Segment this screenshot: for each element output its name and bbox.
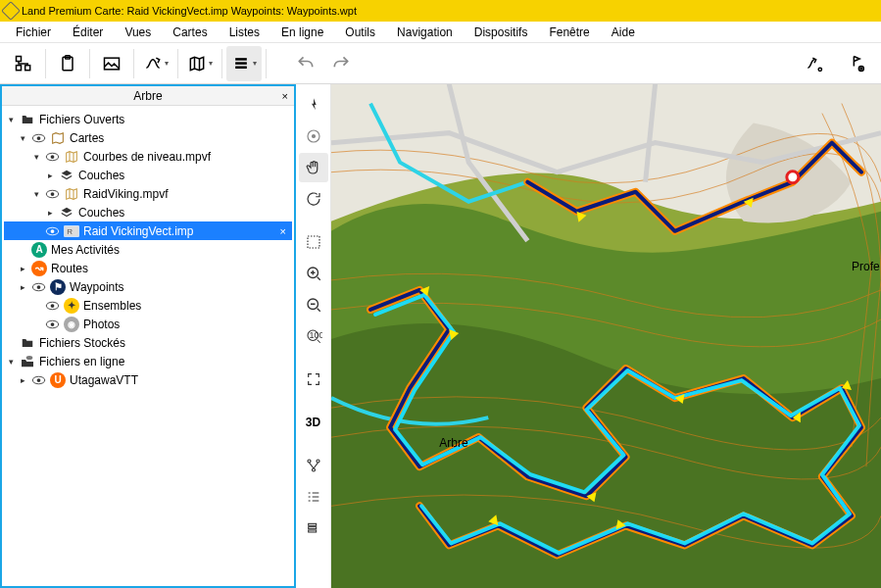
svg-rect-42 [308,530,316,532]
eye-icon[interactable] [45,151,60,163]
menu-dispositifs[interactable]: Dispositifs [474,25,528,39]
twisty-icon[interactable]: ▸ [18,264,27,273]
tree-waypoints[interactable]: ▸ ⚑ Waypoints [4,277,292,296]
track-tool-icon [805,54,824,74]
zoom100-button[interactable]: 100 [299,321,328,351]
tree-label: Couches [78,169,124,182]
activities-icon: A [31,242,47,258]
pan-button[interactable] [299,153,328,182]
select-button[interactable] [299,227,328,257]
toolbar [0,43,881,84]
twisty-icon[interactable]: ▾ [31,152,41,162]
list-button[interactable] [226,46,262,81]
tree-activites[interactable]: A Mes Activités [4,240,292,259]
select-icon [305,233,322,251]
rotate-icon [305,190,322,208]
menu-navigation[interactable]: Navigation [397,25,453,39]
waypoints-tool[interactable] [299,451,328,480]
eye-icon[interactable] [31,374,46,386]
tree-utagawa[interactable]: ▸ U UtagawaVTT [4,370,292,389]
center-button[interactable] [299,122,328,151]
svg-point-44 [787,172,799,183]
svg-point-14 [51,155,55,159]
twisty-icon[interactable]: ▾ [6,115,16,124]
3d-button[interactable]: 3D [299,408,328,437]
tree-cartes[interactable]: ▾ Cartes [4,128,292,147]
redo-icon [331,54,351,74]
twisty-icon[interactable]: ▾ [6,357,16,367]
tree-open-files[interactable]: ▾ Fichiers Ouverts [4,110,292,128]
tree-couches-1[interactable]: ▸ Couches [4,166,292,184]
provider-icon: U [50,372,66,388]
separator [221,49,222,78]
clipboard-button[interactable] [50,46,85,81]
cloud-folder-icon [20,354,35,369]
twisty-icon[interactable]: ▸ [18,375,27,385]
menu-fenetre[interactable]: Fenêtre [549,25,589,39]
svg-rect-7 [235,62,247,65]
tree-label: Routes [51,262,88,275]
tree-online[interactable]: ▾ Fichiers en ligne [4,352,292,370]
route-icon [143,54,163,74]
eye-icon[interactable] [45,188,60,200]
tree-label: Cartes [70,131,104,145]
twisty-icon[interactable]: ▸ [18,282,27,292]
redo-button[interactable] [323,46,359,81]
map-canvas[interactable]: Arbre Profe [331,84,881,588]
eye-icon[interactable] [45,300,60,312]
track-tool-button[interactable] [797,46,832,81]
close-item-icon[interactable]: × [280,225,286,237]
eye-icon[interactable] [45,318,60,330]
map-area: 100 3D [296,84,881,588]
tree-ensembles[interactable]: ✦ Ensembles [4,296,292,315]
zoomout-button[interactable] [299,290,328,319]
cursor-button[interactable] [299,90,328,120]
fullscreen-button[interactable] [299,365,328,394]
svg-point-16 [51,192,55,196]
tree-label: Couches [78,206,124,220]
list-tool[interactable] [299,482,328,512]
tree-couches-2[interactable]: ▸ Couches [4,203,292,221]
menu-enligne[interactable]: En ligne [281,25,323,39]
tree-raidvect[interactable]: R Raid VickingVect.imp × [4,221,292,240]
svg-rect-40 [308,523,316,525]
wpt-tool-button[interactable] [838,46,873,81]
twisty-icon[interactable]: ▸ [45,208,55,218]
svg-point-31 [312,135,315,138]
rotate-button[interactable] [299,184,328,214]
menu-editer[interactable]: Éditer [73,25,103,39]
tree-photos[interactable]: ◉ Photos [4,315,292,333]
menu-fichier[interactable]: Fichier [16,25,51,39]
tree-button[interactable] [6,46,41,81]
twisty-icon[interactable]: ▾ [18,133,27,143]
layers-tool[interactable] [299,514,328,543]
routes-icon: ↝ [31,261,47,276]
undo-button[interactable] [288,46,323,81]
twisty-icon[interactable]: ▾ [31,189,41,199]
sidebar-close-button[interactable]: × [282,90,288,102]
eye-icon[interactable] [31,281,46,293]
clipboard-icon [58,54,77,74]
tree-courbes[interactable]: ▾ Courbes de niveau.mpvf [4,147,292,166]
tree-raidviking[interactable]: ▾ RaidViking.mpvf [4,184,292,203]
route-button[interactable] [138,46,173,81]
twisty-icon[interactable]: ▸ [45,171,55,180]
svg-point-26 [51,322,55,326]
menu-cartes[interactable]: Cartes [172,25,207,39]
tree-routes[interactable]: ▸ ↝ Routes [4,259,292,277]
menu-listes[interactable]: Listes [229,25,260,39]
svg-rect-2 [17,65,22,70]
svg-rect-41 [308,527,316,529]
zoomin-button[interactable] [299,259,328,288]
svg-rect-32 [308,236,319,248]
menu-outils[interactable]: Outils [345,25,375,39]
map-icon [187,54,207,74]
menu-aide[interactable]: Aide [612,25,635,39]
tree-stored[interactable]: Fichiers Stockés [4,333,292,352]
image-button[interactable] [94,46,129,81]
menu-vues[interactable]: Vues [124,25,151,39]
eye-icon[interactable] [31,132,46,144]
3d-label: 3D [306,416,320,429]
map-button[interactable] [182,46,218,81]
eye-icon[interactable] [45,225,60,237]
